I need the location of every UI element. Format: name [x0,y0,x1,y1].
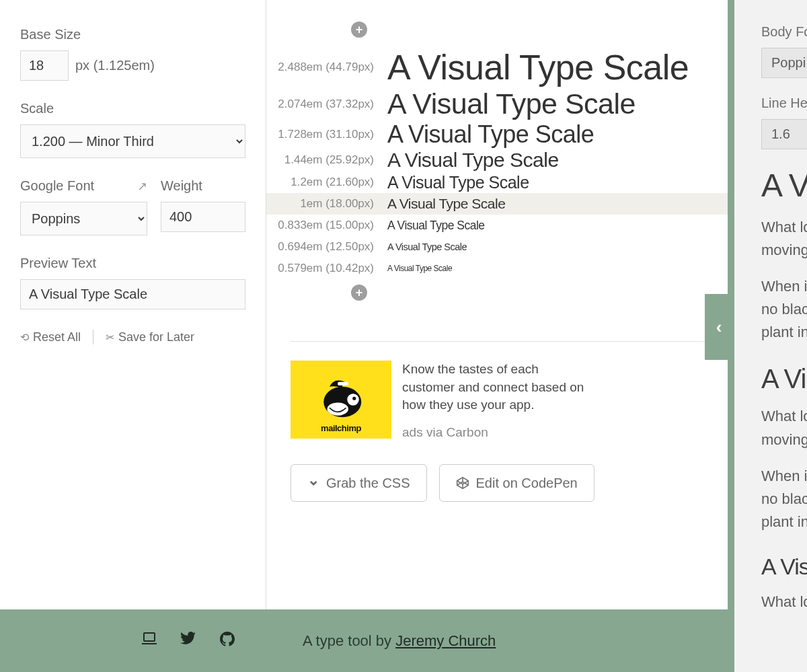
carbon-ad[interactable]: mailchimp Know the tastes of each custom… [266,361,807,441]
ad-via: ads via Carbon [402,424,590,442]
base-size-label: Base Size [20,27,245,42]
scale-row[interactable]: 0.694em (12.50px)A Visual Type Scale [266,236,807,258]
add-step-bottom-button[interactable]: + [351,285,367,301]
ad-text: Know the tastes of each customer and con… [402,361,590,414]
scale-meta: 0.694em (12.50px) [266,236,374,258]
scale-select[interactable]: 1.200 — Minor Third [20,124,245,158]
author-link[interactable]: Jeremy Church [395,632,496,649]
scale-sample: A Visual Type Scale [387,173,529,192]
scale-sample: A Visual Type Scale [387,149,559,172]
base-size-input[interactable] [20,50,69,81]
edit-codepen-button[interactable]: Edit on CodePen [439,464,594,502]
scale-row[interactable]: 1.2em (21.60px)A Visual Type Scale [266,172,807,193]
svg-rect-4 [338,382,348,385]
svg-point-2 [352,397,356,400]
scale-meta: 1.728em (31.10px) [266,124,374,145]
line-height-input[interactable] [761,119,807,149]
scale-meta: 2.074em (37.32px) [266,94,374,115]
reset-icon [20,330,29,344]
external-link-icon[interactable]: ↗ [137,179,147,194]
ad-brand: mailchimp [291,423,391,433]
scale-row[interactable]: 1.44em (25.92px)A Visual Type Scale [266,149,807,172]
svg-rect-8 [144,633,155,641]
scale-label: Scale [20,101,245,116]
reset-all-button[interactable]: Reset All [20,330,81,344]
scale-row[interactable]: 1em (18.00px)A Visual Type Scale [266,193,807,215]
scale-sample: A Visual Type Scale [387,47,689,87]
scale-sample: A Visual Type Scale [387,219,485,233]
side-panel-toggle[interactable]: ‹ [705,294,733,360]
scale-sample: A Visual Type Scale [387,241,467,252]
line-height-label: Line Hei [761,96,807,111]
preview-side-panel: Body Fo Line Hei A Vi What lomoving When… [728,0,807,672]
scale-row[interactable]: 0.833em (15.00px)A Visual Type Scale [266,215,807,236]
scale-meta: 2.488em (44.79px) [266,57,374,78]
weight-input[interactable] [161,202,245,232]
google-font-label: Google Font [20,178,94,194]
preview-heading-2: A Vi [761,364,807,394]
scale-meta: 1.2em (21.60px) [266,172,374,193]
scale-meta: 1em (18.00px) [266,193,374,215]
google-font-select[interactable]: Poppins [20,202,147,235]
codepen-icon [456,476,469,490]
add-step-top-button[interactable]: + [351,22,367,38]
divider [93,330,93,344]
scale-sample: A Visual Type Scale [387,87,636,120]
body-font-input[interactable] [761,48,807,78]
footer: A type tool by Jeremy Church [0,609,728,672]
save-later-button[interactable]: Save for Later [106,330,194,344]
scale-sample: A Visual Type Scale [387,120,594,149]
chevron-left-icon: ‹ [716,317,722,338]
scissors-icon [106,330,114,344]
chevron-down-icon [307,474,319,492]
footer-text: A type tool by Jeremy Church [303,632,496,650]
body-font-label: Body Fo [761,24,807,40]
preview-heading-3: A Vis [761,554,807,580]
scale-row[interactable]: 2.488em (44.79px)A Visual Type Scale [266,47,807,87]
preview-heading-1: A Vi [761,167,807,204]
ad-image: mailchimp [291,361,391,439]
scale-sample: A Visual Type Scale [387,264,452,273]
grab-css-button[interactable]: Grab the CSS [291,464,427,502]
base-size-hint: px (1.125em) [75,58,155,73]
preview-text-label: Preview Text [20,256,245,271]
scale-meta: 0.833em (15.00px) [266,215,374,236]
scale-sample: A Visual Type Scale [387,196,505,212]
scale-row[interactable]: 1.728em (31.10px)A Visual Type Scale [266,120,807,149]
twitter-icon[interactable] [180,632,196,650]
laptop-icon[interactable] [141,632,157,650]
weight-label: Weight [161,178,245,194]
controls-sidebar: Base Size px (1.125em) Scale 1.200 — Min… [0,0,266,672]
scale-meta: 1.44em (25.92px) [266,149,374,171]
github-icon[interactable] [219,632,235,650]
scale-meta: 0.579em (10.42px) [266,258,374,279]
preview-text-input[interactable] [20,279,245,309]
scale-row[interactable]: 2.074em (37.32px)A Visual Type Scale [266,87,807,120]
scale-row[interactable]: 0.579em (10.42px)A Visual Type Scale [266,258,807,279]
